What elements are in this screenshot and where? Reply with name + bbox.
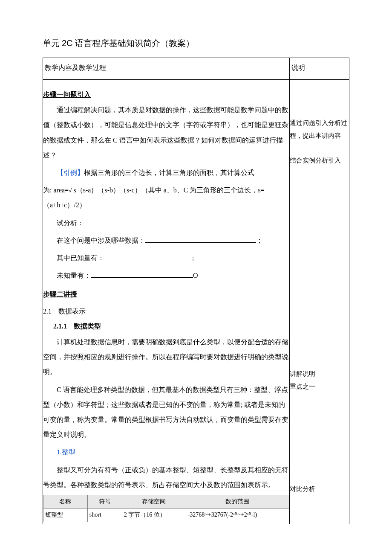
paragraph-data-type-2: C 语言能处理多种类型的数据，但其最基本的数据类型只有三种：整型、浮点型（小数）… (43, 382, 289, 442)
td-name: 短整型 (43, 509, 88, 522)
header-right: 说明 (290, 58, 349, 80)
question-2: 其中已知量有：； (43, 250, 289, 265)
td-range: -32768~+32767(-2¹⁵~+2¹⁵-l) (186, 509, 289, 522)
td-symbol: short (87, 509, 122, 522)
paragraph-data-type-1: 计算机处理数据信息时，需要明确数据到底是什么类型，以便分配合适的存储空间，并按照… (43, 334, 289, 380)
section-2-1: 2.1 数据表示 (43, 306, 289, 317)
side-cell: 通过问题引入分析过程，提出本讲内容 结合实例分析引入 讲解说明 重点之一 对比分… (290, 79, 349, 524)
example-label: 【引例】 (57, 169, 84, 176)
page-title: 单元 2C 语言程序基础知识简介（教案） (43, 36, 349, 50)
q3-suffix: O (193, 272, 198, 279)
paragraph-int: 整型又可分为有符号（正或负）的基本整型、短整型、长整型及其相应的无符号类型。各种… (43, 462, 289, 492)
header-left: 教学内容及教学过程 (43, 58, 290, 80)
int-heading: 1.整型 (43, 445, 289, 459)
q1-prefix: 在这个问题中涉及哪些数据： (57, 237, 145, 244)
formula-line: 为: area=√ s（s-a）（s-b）（s-c）（其中 a、b、C 为三角形… (43, 183, 289, 212)
th-range: 数的范围 (186, 495, 289, 508)
intro-paragraph: 通过编程解决问题，其本质是对数据的操作，这些数据可能是数学问题中的数值（整数或小… (43, 102, 289, 163)
th-symbol: 符号 (87, 495, 122, 508)
formula-mid: s（s-a）（s-b）（s-c） (74, 186, 141, 194)
blank-input-3[interactable] (91, 271, 193, 278)
analyze-label: 试分析： (43, 215, 289, 230)
q2-prefix: 其中已知量有： (57, 254, 104, 262)
step1-title: 步骤一问题引入 (43, 89, 289, 100)
question-1: 在这个问题中涉及哪些数据：； (43, 233, 289, 248)
title-unit: 2C (62, 38, 73, 48)
radical-icon: √ (69, 187, 72, 194)
blank-input-2[interactable] (104, 253, 190, 260)
side-note-1: 通过问题引入分析过程，提出本讲内容 (290, 116, 349, 142)
side-note-4: 对比分析 (290, 482, 349, 495)
title-prefix: 单元 (43, 38, 62, 48)
section-2-1-1: 2.1.1 数据类型 (43, 321, 289, 332)
side-note-2: 结合实例分析引入 (290, 154, 349, 167)
table-row: 短整型 short 2 字节（16 位） -32768~+32767(-2¹⁵~… (43, 509, 289, 522)
layout-table: 教学内容及教学过程 说明 步骤一问题引入 通过编程解决问题，其本质是对数据的操作… (43, 58, 349, 524)
blank-input-1[interactable] (145, 236, 256, 243)
example-line: 【引例】根据三角形的三个边长，计算三角形的面积，其计算公式 (43, 165, 289, 180)
content-cell: 步骤一问题引入 通过编程解决问题，其本质是对数据的操作，这些数据可能是数学问题中… (43, 79, 290, 524)
side-note-3a: 讲解说明 (290, 367, 349, 380)
th-storage: 存储空间 (122, 495, 186, 508)
step2-title: 步骤二讲授 (43, 289, 289, 300)
td-storage: 2 字节（16 位） (122, 509, 186, 522)
title-rest: 语言程序基础知识简介（教案） (73, 38, 194, 48)
question-3: 未知量有：O (43, 268, 289, 283)
side-note-3b: 重点之一 (290, 380, 349, 393)
th-name: 名称 (43, 495, 88, 508)
q3-prefix: 未知量有： (57, 272, 91, 279)
example-text: 根据三角形的三个边长，计算三角形的面积，其计算公式 (84, 169, 254, 176)
table-header-row: 名称 符号 存储空间 数的范围 (43, 495, 289, 508)
type-table: 名称 符号 存储空间 数的范围 短整型 short 2 字节（16 位） -32… (43, 495, 289, 522)
q2-suffix: ； (190, 254, 196, 262)
q1-suffix: ； (256, 237, 263, 244)
formula-prefix: 为: area= (43, 186, 69, 194)
